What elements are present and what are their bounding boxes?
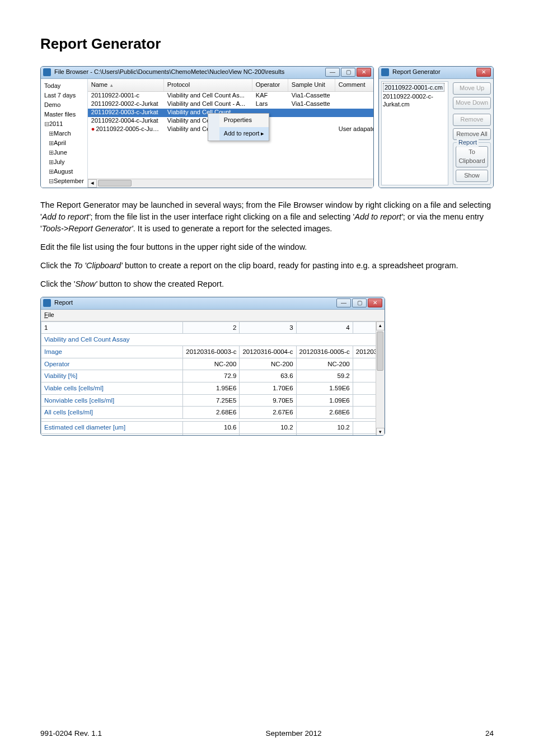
report-table: 1 2 3 4 5 Viability and Cell Count Assay… (41, 321, 385, 436)
expand-icon[interactable]: ⊞ (49, 158, 54, 166)
context-menu[interactable]: Properties Add to report ▸ (208, 113, 269, 141)
table-row: Estimated cell diameter [um]10.610.210.2… (41, 422, 385, 434)
table-row: OperatorNC-200NC-200NC-200NC-200 (41, 358, 385, 370)
file-browser-window: File Browser - C:\Users\Public\Documents… (40, 66, 374, 188)
tree-april[interactable]: ⊞April (43, 138, 85, 148)
body-paragraph: Click the To 'Clipboard' button to creat… (40, 260, 494, 272)
file-list[interactable]: 20110922-0001-c Viability and Cell Count… (88, 92, 374, 179)
scroll-thumb[interactable] (98, 180, 132, 186)
collapse-icon[interactable]: ⊟ (49, 177, 54, 185)
report-generator-title: Report Generator (392, 68, 476, 77)
expand-icon[interactable]: ⊞ (49, 148, 54, 157)
table-row: Cell diameter standard deviation [um]4.8… (41, 433, 385, 436)
table-row: Viability [%]72.963.659.248.7 (41, 370, 385, 382)
col-index: 2 (183, 321, 240, 334)
body-paragraph: Edit the file list using the four button… (40, 241, 494, 253)
list-item-selected[interactable]: 20110922-0001-c.cm (383, 83, 444, 92)
tree-last7[interactable]: Last 7 days (43, 91, 85, 100)
remove-button[interactable]: Remove (453, 114, 491, 126)
report-generator-titlebar[interactable]: Report Generator ✕ (379, 67, 493, 79)
expand-icon[interactable]: ⊞ (49, 167, 54, 176)
col-index: 4 (296, 321, 353, 334)
footer-center: September 2012 (266, 728, 322, 739)
report-file-list[interactable]: 20110922-0001-c.cm 20110922-0002-c-Jurka… (381, 81, 448, 185)
body-paragraph: The Report Generator may be launched in … (40, 199, 494, 235)
col-name[interactable]: Name ▲ (88, 79, 164, 91)
tree-today[interactable]: Today (43, 81, 85, 91)
scroll-thumb[interactable] (377, 332, 383, 371)
body-paragraph: Click the 'Show' button to show the crea… (40, 278, 494, 290)
app-icon (43, 299, 51, 307)
folder-tree[interactable]: Today Last 7 days Demo Master files ⊟201… (41, 79, 88, 188)
file-row[interactable]: 20110922-0002-c-Jurkat Viability and Cel… (88, 100, 374, 109)
col-protocol[interactable]: Protocol (164, 79, 252, 91)
minimize-button[interactable]: — (325, 68, 340, 77)
col-sample-unit[interactable]: Sample Unit (288, 79, 335, 91)
show-button[interactable]: Show (456, 170, 488, 182)
report-generator-window: Report Generator ✕ 20110922-0001-c.cm 20… (378, 66, 494, 188)
page-title: Report Generator (40, 34, 494, 55)
minimize-button[interactable]: — (336, 298, 351, 307)
table-row: Viable cells [cells/ml]1.95E61.70E61.59E… (41, 382, 385, 395)
submenu-arrow-icon: ▸ (261, 129, 264, 138)
table-row: Image20120316-0003-c20120316-0004-c20120… (41, 346, 385, 358)
tree-march[interactable]: ⊞March (43, 129, 85, 138)
report-titlebar[interactable]: Report — ▢ ✕ (41, 297, 385, 310)
file-list-headers[interactable]: Name ▲ Protocol Operator Sample Unit Com… (88, 79, 374, 92)
collapse-icon[interactable]: ⊟ (44, 120, 49, 128)
close-button[interactable]: ✕ (368, 298, 382, 307)
horizontal-scrollbar[interactable]: ◂ ▸ (88, 179, 374, 188)
report-group: Report To Clipboard Show (453, 142, 491, 185)
to-clipboard-button[interactable]: To Clipboard (456, 146, 488, 167)
table-header-row: 1 2 3 4 5 (41, 321, 385, 334)
vertical-scrollbar[interactable]: ▴ ▾ (376, 321, 385, 436)
file-browser-titlebar[interactable]: File Browser - C:\Users\Public\Documents… (41, 67, 373, 79)
expand-icon[interactable]: ⊞ (49, 129, 54, 138)
file-row[interactable]: 20110922-0001-c Viability and Cell Count… (88, 92, 374, 100)
report-title: Report (54, 298, 336, 307)
footer-left: 991-0204 Rev. 1.1 (40, 728, 102, 739)
close-button[interactable]: ✕ (357, 68, 371, 77)
page-footer: 991-0204 Rev. 1.1 September 2012 24 (40, 728, 494, 739)
table-row: Nonviable cells [cells/ml]7.25E59.70E51.… (41, 394, 385, 407)
file-menu[interactable]: File (44, 311, 54, 318)
col-index: 1 (41, 321, 183, 334)
move-down-button[interactable]: Move Down (453, 97, 491, 109)
report-window: Report — ▢ ✕ File 1 2 3 4 5 Viability an… (40, 297, 385, 436)
report-menubar[interactable]: File (41, 310, 385, 321)
tree-2011[interactable]: ⊟2011 (43, 119, 85, 129)
col-index: 3 (240, 321, 296, 334)
tree-july[interactable]: ⊞July (43, 157, 85, 167)
col-operator[interactable]: Operator (252, 79, 288, 91)
col-comment[interactable]: Comment (335, 79, 374, 91)
close-button[interactable]: ✕ (476, 68, 491, 77)
tree-june[interactable]: ⊞June (43, 148, 85, 157)
menu-add-to-report[interactable]: Add to report ▸ (208, 127, 269, 141)
table-row: All cells [cells/ml]2.68E62.67E62.68E62.… (41, 407, 385, 419)
app-icon (43, 68, 51, 76)
tree-master[interactable]: Master files (43, 110, 85, 119)
maximize-button[interactable]: ▢ (352, 298, 367, 307)
expand-icon[interactable]: ⊞ (49, 139, 54, 147)
app-icon (381, 68, 389, 76)
scroll-left-icon[interactable]: ◂ (88, 179, 97, 188)
file-browser-title: File Browser - C:\Users\Public\Documents… (54, 68, 325, 77)
scroll-up-icon[interactable]: ▴ (376, 321, 385, 330)
tree-september[interactable]: ⊟September (43, 176, 85, 186)
tree-22[interactable]: 22 (43, 186, 85, 188)
report-group-label: Report (457, 138, 479, 147)
tree-august[interactable]: ⊞August (43, 167, 85, 176)
menu-properties[interactable]: Properties (208, 114, 269, 127)
scroll-down-icon[interactable]: ▾ (376, 428, 385, 436)
move-up-button[interactable]: Move Up (453, 82, 491, 95)
maximize-button[interactable]: ▢ (341, 68, 355, 77)
footer-right: 24 (485, 728, 494, 739)
table-row: Viability and Cell Count Assay (41, 334, 385, 346)
list-item[interactable]: 20110922-0002-c-Jurkat.cm (383, 93, 433, 108)
tree-demo[interactable]: Demo (43, 100, 85, 110)
